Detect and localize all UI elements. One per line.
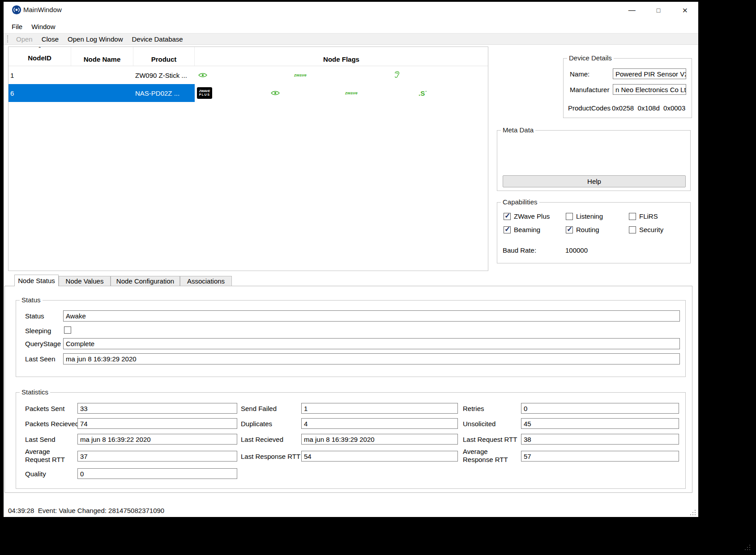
cell-node-name — [71, 66, 133, 84]
capability-label: Listening — [576, 212, 603, 220]
toolbar: Open Close Open Log Window Device Databa… — [4, 33, 698, 45]
status-group: Status Status Awake Sleeping QueryStage … — [16, 300, 686, 377]
maximize-button[interactable]: □ — [645, 2, 671, 19]
product-codes-value: 0x0258 0x108d 0x0003 — [612, 104, 685, 112]
device-details-group: Device Details Name: Powered PIR Sensor … — [563, 58, 692, 118]
retries-label: Retries — [463, 405, 484, 412]
column-header-node-flags[interactable]: Node Flags — [195, 47, 488, 66]
manufacturer-field[interactable]: n Neo Electronics Co Ltd — [613, 84, 686, 95]
close-button[interactable]: × — [672, 2, 698, 19]
manufacturer-label: Manufacturer — [570, 86, 609, 93]
toolbar-open-button: Open — [12, 35, 37, 43]
column-header-node-name[interactable]: Node Name — [71, 47, 133, 66]
cell-node-flags: zwave — [195, 66, 488, 84]
help-button[interactable]: Help — [503, 175, 686, 187]
menu-bar: File Window — [4, 21, 60, 32]
listening-checkbox[interactable] — [566, 213, 573, 220]
zwave-plus-checkbox[interactable] — [504, 213, 511, 220]
average-response-rtt-field[interactable]: 57 — [521, 451, 679, 462]
minimize-button[interactable]: — — [619, 2, 645, 19]
tab-node-values[interactable]: Node Values — [59, 276, 111, 286]
zwave-plus-badge-top-text: ZWAVE — [199, 89, 210, 93]
last-request-rtt-field[interactable]: 38 — [521, 434, 679, 445]
status-label: Status — [25, 312, 44, 320]
column-header-label: Node Flags — [323, 55, 359, 63]
column-header-product[interactable]: Product — [133, 47, 195, 66]
capabilities-group: Capabilities ZWave Plus Listening FLiRS … — [497, 202, 691, 263]
zwave-icon: zwave — [294, 73, 307, 77]
cell-product: NAS-PD02Z ... — [133, 84, 195, 102]
window-controls: — □ × — [619, 2, 698, 19]
average-request-rtt-field[interactable]: 37 — [77, 451, 237, 462]
status-field[interactable]: Awake — [63, 310, 680, 322]
quality-label: Quality — [25, 470, 46, 478]
zwave-plus-badge-bottom-text: PLUS — [199, 93, 210, 97]
security-checkbox[interactable] — [629, 226, 636, 233]
zwave-plus-badge-icon: ZWAVE PLUS — [197, 87, 212, 99]
capability-label: ZWave Plus — [514, 212, 550, 220]
menu-file[interactable]: File — [7, 22, 27, 31]
packets-recieved-field[interactable]: 74 — [77, 418, 237, 429]
eye-icon — [198, 72, 207, 78]
baud-rate-label: Baud Rate: — [503, 246, 536, 254]
menu-window[interactable]: Window — [27, 22, 60, 31]
capability-label: Security — [639, 226, 663, 233]
tab-associations[interactable]: Associations — [180, 276, 232, 286]
querystage-field[interactable]: Complete — [63, 338, 680, 349]
name-label: Name: — [570, 70, 589, 78]
toolbar-grip[interactable] — [7, 35, 8, 42]
send-failed-field[interactable]: 1 — [301, 403, 458, 414]
capability-flirs[interactable]: FLiRS — [629, 212, 658, 220]
capability-zwave-plus[interactable]: ZWave Plus — [504, 212, 550, 220]
baud-rate-value: 100000 — [565, 246, 588, 254]
capability-beaming[interactable]: Beaming — [504, 226, 540, 233]
maximize-icon: □ — [657, 7, 660, 14]
cell-nodeid: 1 — [9, 66, 71, 84]
last-request-rtt-label: Last Request RTT — [463, 436, 517, 443]
last-seen-field[interactable]: ma jun 8 16:39:29 2020 — [63, 353, 680, 364]
toolbar-open-log-window-button[interactable]: Open Log Window — [63, 35, 127, 43]
status-bar-message: 04:39:28 Event: Value Changed: 281475082… — [4, 507, 164, 514]
duplicates-field[interactable]: 4 — [301, 418, 458, 429]
tab-node-configuration[interactable]: Node Configuration — [111, 276, 180, 286]
cell-node-flags: ZWAVE PLUS zwave .S˙ — [195, 84, 488, 102]
security-icon: .S˙ — [419, 89, 427, 97]
duplicates-label: Duplicates — [241, 420, 272, 428]
statistics-group: Statistics Packets Sent 33 Packets Recie… — [16, 392, 686, 489]
eye-icon — [271, 90, 280, 96]
app-icon — [12, 5, 21, 15]
flirs-checkbox[interactable] — [629, 213, 636, 220]
toolbar-device-database-button[interactable]: Device Database — [127, 35, 187, 43]
quality-field[interactable]: 0 — [77, 468, 237, 479]
last-recieved-field[interactable]: ma jun 8 16:39:29 2020 — [301, 434, 458, 445]
sleeping-checkbox[interactable] — [64, 326, 71, 334]
last-response-rtt-label: Last Response RTT — [241, 453, 300, 460]
resize-grip-icon[interactable] — [690, 510, 696, 516]
tab-node-status[interactable]: Node Status — [14, 275, 59, 286]
capability-security[interactable]: Security — [629, 226, 663, 233]
capability-listening[interactable]: Listening — [566, 212, 603, 220]
capability-routing[interactable]: Routing — [566, 226, 599, 233]
status-group-title: Status — [20, 296, 43, 304]
last-send-field[interactable]: ma jun 8 16:39:22 2020 — [77, 434, 237, 445]
name-field[interactable]: Powered PIR Sensor V2 — [613, 68, 686, 79]
beaming-checkbox[interactable] — [504, 226, 511, 233]
last-response-rtt-field[interactable]: 54 — [301, 451, 458, 462]
minimize-icon: — — [628, 6, 636, 14]
last-send-label: Last Send — [25, 436, 56, 443]
node-table-header: ˆ NodeID Node Name Product Node Flags — [9, 47, 488, 66]
unsolicited-field[interactable]: 45 — [521, 418, 679, 429]
column-header-label: NodeID — [28, 54, 51, 62]
node-row-1[interactable]: 1 ZW090 Z-Stick ... zwave — [9, 66, 488, 84]
column-header-label: Node Name — [84, 55, 121, 63]
packets-sent-field[interactable]: 33 — [77, 403, 237, 414]
routing-checkbox[interactable] — [566, 226, 573, 233]
column-header-nodeid[interactable]: ˆ NodeID — [9, 47, 71, 66]
retries-field[interactable]: 0 — [521, 403, 679, 414]
meta-data-group: Meta Data Help — [497, 130, 691, 191]
node-row-6[interactable]: 6 NAS-PD02Z ... ZWAVE PLUS zwave .S˙ — [9, 84, 488, 102]
toolbar-close-button[interactable]: Close — [37, 35, 63, 43]
meta-data-title: Meta Data — [501, 126, 535, 134]
average-response-rtt-label: Average Response RTT — [463, 448, 519, 464]
querystage-label: QueryStage — [25, 340, 61, 347]
